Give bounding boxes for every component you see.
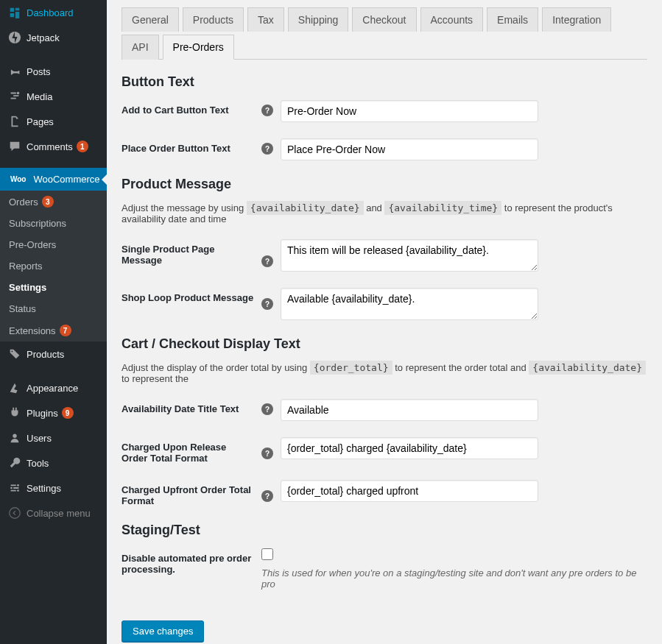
textarea-shop-loop[interactable]: Available {availability_date}. xyxy=(281,288,538,320)
appearance-icon xyxy=(7,381,22,394)
code-availability-date: {availability_date} xyxy=(247,201,364,215)
sidebar-label: Comments xyxy=(27,141,73,152)
sidebar-label: Users xyxy=(27,433,52,444)
sidebar-label: Media xyxy=(27,91,52,102)
svg-point-5 xyxy=(17,489,19,492)
admin-sidebar: Dashboard Jetpack Posts Media Pages Comm… xyxy=(0,0,107,644)
section-button-text: Button Text xyxy=(122,74,647,90)
sidebar-label: Jetpack xyxy=(27,32,60,43)
section-staging: Staging/Test xyxy=(122,523,647,538)
help-icon[interactable]: ? xyxy=(261,447,273,459)
cart-checkout-description: Adjust the display of the order total by… xyxy=(122,362,647,384)
woocommerce-icon: Woo xyxy=(7,174,29,184)
collapse-icon xyxy=(7,506,22,520)
submenu-subscriptions[interactable]: Subscriptions xyxy=(0,213,107,234)
dashboard-icon xyxy=(7,6,22,19)
sidebar-item-posts[interactable]: Posts xyxy=(0,59,107,84)
help-icon[interactable]: ? xyxy=(261,143,273,155)
sidebar-label: Products xyxy=(27,349,64,360)
code-availability-time: {availability_time} xyxy=(384,201,501,215)
tab-tax[interactable]: Tax xyxy=(247,7,284,32)
products-icon xyxy=(7,347,22,361)
help-icon[interactable]: ? xyxy=(261,298,273,310)
label-avail-date-title: Availability Date Title Text xyxy=(122,399,261,414)
label-disable-auto: Disable automated pre order processing. xyxy=(122,548,261,575)
sidebar-item-tools[interactable]: Tools xyxy=(0,450,107,475)
label-add-to-cart: Add to Cart Button Text xyxy=(122,100,261,116)
comments-badge: 1 xyxy=(77,141,88,152)
input-avail-date-title[interactable] xyxy=(281,399,538,421)
sidebar-item-jetpack[interactable]: Jetpack xyxy=(0,25,107,50)
section-product-message: Product Message xyxy=(122,177,647,192)
comment-icon xyxy=(7,140,22,153)
submenu-settings[interactable]: Settings xyxy=(0,277,107,298)
section-cart-checkout: Cart / Checkout Display Text xyxy=(122,336,647,352)
settings-icon xyxy=(7,481,22,495)
code-order-total: {order_total} xyxy=(310,361,392,375)
input-charged-release[interactable] xyxy=(281,437,538,459)
disable-auto-description: This is used for when you're on a stagin… xyxy=(261,567,647,590)
save-button[interactable]: Save changes xyxy=(122,620,204,642)
sidebar-item-products[interactable]: Products xyxy=(0,342,107,367)
label-single-product: Single Product Page Message xyxy=(122,239,261,266)
tab-shipping[interactable]: Shipping xyxy=(288,7,349,32)
woocommerce-submenu: Orders3 Subscriptions Pre-Orders Reports… xyxy=(0,191,107,342)
submenu-reports[interactable]: Reports xyxy=(0,255,107,277)
input-place-order[interactable] xyxy=(281,138,538,160)
submenu-preorders[interactable]: Pre-Orders xyxy=(0,234,107,255)
sidebar-label: Dashboard xyxy=(27,7,74,18)
sidebar-label: WooCommerce xyxy=(33,174,99,185)
users-icon xyxy=(7,431,22,445)
sidebar-label: Appearance xyxy=(27,383,78,394)
extensions-badge: 7 xyxy=(60,325,71,336)
jetpack-icon xyxy=(7,31,22,44)
label-charged-upfront: Charged Upfront Order Total Format xyxy=(122,480,261,506)
sidebar-item-pages[interactable]: Pages xyxy=(0,109,107,134)
sidebar-item-settings[interactable]: Settings xyxy=(0,475,107,500)
help-icon[interactable]: ? xyxy=(261,255,273,267)
label-shop-loop: Shop Loop Product Message xyxy=(122,288,261,303)
tab-accounts[interactable]: Accounts xyxy=(420,7,484,32)
sidebar-item-comments[interactable]: Comments 1 xyxy=(0,134,107,159)
settings-tabs: General Products Tax Shipping Checkout A… xyxy=(122,7,647,60)
sidebar-item-collapse[interactable]: Collapse menu xyxy=(0,500,107,526)
tab-preorders[interactable]: Pre-Orders xyxy=(163,35,234,60)
sidebar-item-plugins[interactable]: Plugins 9 xyxy=(0,400,107,425)
submenu-extensions[interactable]: Extensions7 xyxy=(0,319,107,342)
sidebar-item-woocommerce[interactable]: Woo WooCommerce xyxy=(0,168,107,191)
help-icon[interactable]: ? xyxy=(261,403,273,415)
tab-api[interactable]: API xyxy=(122,35,159,60)
media-icon xyxy=(7,90,22,103)
input-add-to-cart[interactable] xyxy=(281,100,538,122)
sidebar-label: Settings xyxy=(27,483,61,494)
tab-general[interactable]: General xyxy=(122,7,179,32)
sidebar-item-media[interactable]: Media xyxy=(0,84,107,109)
svg-point-3 xyxy=(17,484,19,486)
checkbox-disable-auto[interactable] xyxy=(261,548,273,560)
help-icon[interactable]: ? xyxy=(261,490,273,502)
sidebar-label: Posts xyxy=(27,66,51,77)
input-charged-upfront[interactable] xyxy=(281,480,538,502)
svg-point-6 xyxy=(10,508,20,518)
help-icon[interactable]: ? xyxy=(261,105,273,116)
sidebar-item-appearance[interactable]: Appearance xyxy=(0,375,107,400)
tab-checkout[interactable]: Checkout xyxy=(352,7,416,32)
sidebar-item-users[interactable]: Users xyxy=(0,425,107,450)
tab-integration[interactable]: Integration xyxy=(542,7,611,32)
sidebar-item-dashboard[interactable]: Dashboard xyxy=(0,0,107,25)
main-content: General Products Tax Shipping Checkout A… xyxy=(107,0,662,644)
tools-icon xyxy=(7,456,22,470)
tab-emails[interactable]: Emails xyxy=(487,7,538,32)
textarea-single-product[interactable]: This item will be released {availability… xyxy=(281,239,538,272)
orders-badge: 3 xyxy=(42,196,54,208)
sidebar-label: Collapse menu xyxy=(27,508,91,519)
svg-point-2 xyxy=(13,434,16,438)
svg-point-1 xyxy=(17,92,20,95)
pages-icon xyxy=(7,115,22,128)
sidebar-label: Pages xyxy=(27,116,54,127)
tab-products[interactable]: Products xyxy=(183,7,244,32)
submenu-orders[interactable]: Orders3 xyxy=(0,191,107,213)
plugins-icon xyxy=(7,406,22,420)
submenu-status[interactable]: Status xyxy=(0,298,107,319)
sidebar-label: Tools xyxy=(27,458,49,469)
